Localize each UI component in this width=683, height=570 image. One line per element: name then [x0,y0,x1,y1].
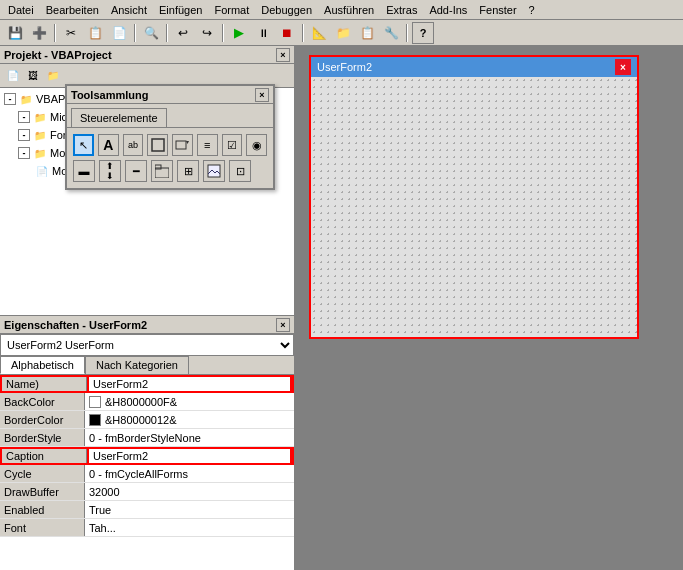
toolbar-copy[interactable]: 📋 [84,22,106,44]
project-title: Projekt - VBAProject [4,49,112,61]
prop-value-font[interactable]: Tah... [85,521,294,535]
project-close-button[interactable]: × [276,48,290,62]
userform-body[interactable] [311,77,637,337]
prop-value-cycle[interactable]: 0 - fmCycleAllForms [85,467,294,481]
userform-window: UserForm2 × [309,55,639,339]
svg-rect-0 [152,139,164,151]
toolbox-content: ↖ A ab ≡ ☑ ◉ ▬ ⬆⬇ ━ ⊞ [67,128,273,188]
toolbox-tabstrip-tool[interactable] [151,160,173,182]
prop-name-caption: Caption [2,449,87,463]
toolbox-refbtn-tool[interactable]: ⊡ [229,160,251,182]
toolbar-cut[interactable]: ✂ [60,22,82,44]
toggle-folders-button[interactable]: 📁 [44,67,62,85]
toolbox-close-button[interactable]: × [255,88,269,102]
prop-row-font: Font Tah... [0,519,294,537]
toolbar-sep3 [166,24,168,42]
toolbar: 💾 ➕ ✂ 📋 📄 🔍 ↩ ↪ ▶ ⏸ ⏹ 📐 📁 📋 🔧 ? [0,20,683,46]
menu-einfuegen[interactable]: Einfügen [153,2,208,18]
menu-debuggen[interactable]: Debuggen [255,2,318,18]
prop-value-drawbuffer[interactable]: 32000 [85,485,294,499]
toolbar-pause[interactable]: ⏸ [252,22,274,44]
prop-row-caption: Caption UserForm2 [0,447,294,465]
toolbar-sep5 [302,24,304,42]
toolbox-optionbtn-tool[interactable]: ◉ [246,134,267,156]
toolbar-undo[interactable]: ↩ [172,22,194,44]
prop-row-backcolor: BackColor &H8000000F& [0,393,294,411]
prop-value-caption[interactable]: UserForm2 [87,447,292,465]
modules-icon: 📁 [32,145,48,161]
toolbar-paste[interactable]: 📄 [108,22,130,44]
toolbox-spinbtn-tool[interactable]: ⬆⬇ [99,160,121,182]
toolbar-redo[interactable]: ↪ [196,22,218,44]
backcolor-text: &H8000000F& [105,396,177,408]
menu-addins[interactable]: Add-Ins [423,2,473,18]
toolbar-sep1 [54,24,56,42]
menu-fenster[interactable]: Fenster [473,2,522,18]
backcolor-swatch [89,396,101,408]
expand-modules[interactable]: - [18,147,30,159]
toolbar-sep2 [134,24,136,42]
toolbox-titlebar: Toolsammlung × [67,86,273,104]
toolbox-scrollbar-tool[interactable]: ━ [125,160,147,182]
svg-rect-1 [176,141,186,149]
toolbox-checkbox-tool[interactable]: ☑ [222,134,243,156]
prop-name-cycle: Cycle [0,465,85,482]
toolbox-popup: Toolsammlung × Steuerelemente ↖ A ab ≡ ☑… [65,84,275,190]
properties-header: Eigenschaften - UserForm2 × [0,316,294,334]
toolbar-add[interactable]: ➕ [28,22,50,44]
toolbox-tab-bar: Steuerelemente [67,104,273,128]
prop-value-name[interactable]: UserForm2 [87,375,292,393]
properties-dropdown[interactable]: UserForm2 UserForm [0,334,294,356]
toolbox-multipage-tool[interactable]: ⊞ [177,160,199,182]
toolbox-togglebtn-tool[interactable]: ▬ [73,160,95,182]
toolbar-props[interactable]: 📋 [356,22,378,44]
menu-ansicht[interactable]: Ansicht [105,2,153,18]
properties-close-button[interactable]: × [276,318,290,332]
expand-microsoft[interactable]: - [18,111,30,123]
userform-close-button[interactable]: × [615,59,631,75]
toolbox-frame-tool[interactable] [147,134,168,156]
toolbox-listbox-tool[interactable]: ≡ [197,134,218,156]
toolbox-combobox-tool[interactable] [172,134,193,156]
menu-extras[interactable]: Extras [380,2,423,18]
menu-datei[interactable]: Datei [2,2,40,18]
userform-titlebar: UserForm2 × [311,57,637,77]
toolbar-project[interactable]: 📁 [332,22,354,44]
right-panel: UserForm2 × [295,46,683,570]
toolbar-stop[interactable]: ⏹ [276,22,298,44]
toolbox-image-tool[interactable] [203,160,225,182]
toolbar-sep4 [222,24,224,42]
menu-ausfuehren[interactable]: Ausführen [318,2,380,18]
toolbox-select-tool[interactable]: ↖ [73,134,94,156]
toolbox-textbox-tool[interactable]: ab [123,134,144,156]
view-code-button[interactable]: 📄 [4,67,22,85]
prop-row-name: Name) UserForm2 [0,375,294,393]
prop-value-bordercolor[interactable]: &H80000012& [85,413,294,427]
toolbar-run[interactable]: ▶ [228,22,250,44]
modul1-icon: 📄 [34,163,50,179]
toolbox-tab-controls[interactable]: Steuerelemente [71,108,167,127]
tab-categories[interactable]: Nach Kategorien [85,356,189,374]
microsoft-icon: 📁 [32,109,48,125]
toolbar-find[interactable]: 🔍 [140,22,162,44]
prop-name-enabled: Enabled [0,501,85,518]
toolbar-help[interactable]: ? [412,22,434,44]
menu-help[interactable]: ? [523,2,541,18]
properties-tabs: Alphabetisch Nach Kategorien [0,356,294,375]
toolbar-design[interactable]: 📐 [308,22,330,44]
expand-vbaproject[interactable]: - [4,93,16,105]
menu-bearbeiten[interactable]: Bearbeiten [40,2,105,18]
tab-alphabetic[interactable]: Alphabetisch [0,356,85,374]
toolbox-label-tool[interactable]: A [98,134,119,156]
toolbar-toolbox[interactable]: 🔧 [380,22,402,44]
view-object-button[interactable]: 🖼 [24,67,42,85]
toolbox-title: Toolsammlung [71,89,148,101]
toolbar-save[interactable]: 💾 [4,22,26,44]
menu-format[interactable]: Format [208,2,255,18]
prop-value-backcolor[interactable]: &H8000000F& [85,395,294,409]
prop-value-enabled[interactable]: True [85,503,294,517]
prop-name-name: Name) [2,377,87,391]
prop-value-borderstyle[interactable]: 0 - fmBorderStyleNone [85,431,294,445]
expand-forms[interactable]: - [18,129,30,141]
properties-panel: Eigenschaften - UserForm2 × UserForm2 Us… [0,316,294,570]
